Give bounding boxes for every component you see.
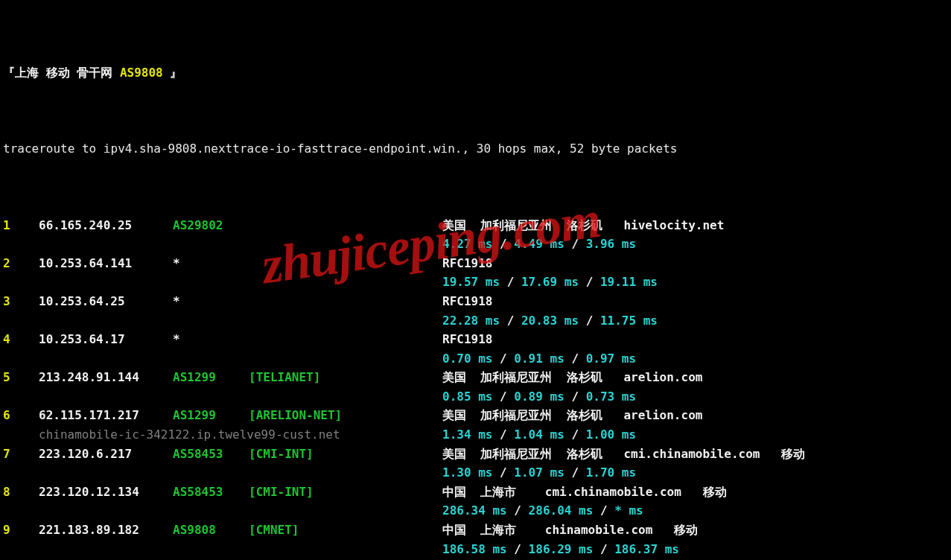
hdr-carrier: 移动 (46, 66, 70, 80)
hop-ip: 62.115.171.217 (39, 406, 173, 425)
hop-row: 7223.120.6.217AS58453[CMI-INT]美国 加利福尼亚州 … (3, 445, 944, 464)
hop-ip: 223.120.6.217 (39, 445, 173, 464)
hop-location: 美国 加利福尼亚州 洛杉矶 hivelocity.net (442, 216, 724, 235)
hdr-location: 上海 (15, 66, 39, 80)
hop-row: 310.253.64.25*RFC1918 (3, 292, 944, 311)
hop-location: 美国 加利福尼亚州 洛杉矶 cmi.chinamobile.com 移动 (442, 445, 805, 464)
hop-number: 5 (3, 368, 39, 387)
hop-number: 6 (3, 406, 39, 425)
hop-ip: 213.248.91.144 (39, 368, 173, 387)
hop-latency-row: 19.57 ms / 17.69 ms / 19.11 ms (3, 273, 944, 292)
hop-asn: AS58453 (173, 483, 249, 502)
latency-value: 1.70 ms (586, 465, 636, 480)
hop-location: 美国 加利福尼亚州 洛杉矶 arelion.com (442, 406, 702, 425)
latency-value: 286.04 ms (529, 503, 594, 518)
latency-value: 4.49 ms (514, 237, 564, 251)
hop-location: 中国 上海市 chinamobile.com 移动 (442, 521, 698, 540)
hop-location: 中国 上海市 cmi.chinamobile.com 移动 (442, 483, 727, 502)
hop-latency-row: 186.58 ms / 186.29 ms / 186.37 ms (3, 540, 944, 559)
hop-ptr: chinamobile-ic-342122.ip.twelve99-cust.n… (39, 427, 340, 442)
hop-latency-row: 0.85 ms / 0.89 ms / 0.73 ms (3, 387, 944, 407)
latency-value: 186.37 ms (614, 542, 679, 556)
hop-asn: * (173, 330, 249, 349)
hop-number: 2 (3, 254, 39, 273)
latency-value: 3.96 ms (586, 237, 636, 251)
latency-sep: / (564, 389, 586, 404)
hop-row: 5213.248.91.144AS1299[TELIANET]美国 加利福尼亚州… (3, 368, 944, 387)
latency-sep: / (507, 503, 529, 518)
latency-sep: / (492, 427, 514, 442)
latency-value: 0.97 ms (586, 351, 636, 366)
hop-ip: 10.253.64.25 (39, 292, 173, 311)
latency-value: 186.29 ms (529, 542, 594, 556)
latency-sep: / (593, 503, 614, 518)
hop-location: RFC1918 (442, 330, 492, 349)
latency-value: 0.73 ms (586, 389, 636, 404)
hop-row: 210.253.64.141*RFC1918 (3, 254, 944, 273)
hop-latency-row: 22.28 ms / 20.83 ms / 11.75 ms (3, 311, 944, 331)
latency-sep: / (507, 542, 529, 556)
hop-row: 8223.120.12.134AS58453[CMI-INT]中国 上海市 cm… (3, 483, 944, 502)
latency-sep: / (492, 351, 514, 366)
latency-value: 0.91 ms (514, 351, 564, 366)
hop-location: RFC1918 (442, 254, 492, 273)
latency-value: 1.04 ms (514, 427, 564, 442)
hop-asn: AS29802 (173, 216, 249, 235)
terminal-output: 『上海 移动 骨干网 AS9808 』 traceroute to ipv4.s… (0, 0, 951, 560)
latency-value: 19.57 ms (442, 275, 500, 289)
hop-network-tag: [TELIANET] (249, 368, 442, 387)
latency-sep: / (579, 314, 600, 328)
latency-sep: / (492, 465, 514, 480)
latency-sep: / (593, 542, 614, 556)
hop-latency-row: 4.27 ms / 4.49 ms / 3.96 ms (3, 235, 944, 254)
hop-ip: 221.183.89.182 (39, 521, 173, 540)
hop-latency-row: 1.30 ms / 1.07 ms / 1.70 ms (3, 463, 944, 483)
trace-header: 『上海 移动 骨干网 AS9808 』 (3, 63, 944, 83)
hop-asn: * (173, 254, 249, 273)
hop-number: 3 (3, 292, 39, 311)
hop-latency: 1.34 ms / 1.04 ms / 1.00 ms (442, 427, 636, 442)
hop-asn: AS1299 (173, 368, 249, 387)
latency-value: 17.69 ms (521, 275, 579, 289)
hdr-asn: AS9808 (120, 66, 163, 80)
latency-value: 1.07 ms (514, 465, 564, 480)
latency-sep: / (579, 275, 600, 289)
hop-number: 7 (3, 445, 39, 464)
hop-latency-row: 0.70 ms / 0.91 ms / 0.97 ms (3, 349, 944, 369)
hop-asn: AS1299 (173, 406, 249, 425)
hop-network-tag: [CMI-INT] (249, 445, 442, 464)
bracket-open: 『 (3, 66, 15, 80)
latency-sep: / (492, 389, 514, 404)
hop-row: 662.115.171.217AS1299[ARELION-NET]美国 加利福… (3, 406, 944, 425)
hop-location: 美国 加利福尼亚州 洛杉矶 arelion.com (442, 368, 702, 387)
latency-value: 1.30 ms (442, 465, 492, 480)
hop-number: 4 (3, 330, 39, 349)
latency-sep: / (492, 237, 514, 251)
hop-network-tag: [ARELION-NET] (249, 406, 442, 425)
latency-value: 1.00 ms (586, 427, 636, 442)
trace-command-line: traceroute to ipv4.sha-9808.nexttrace-io… (3, 139, 944, 159)
hop-network-tag: [CMNET] (249, 521, 442, 540)
hop-row: 9221.183.89.182AS9808[CMNET]中国 上海市 china… (3, 521, 944, 540)
latency-value: 19.11 ms (600, 275, 658, 289)
hop-number: 9 (3, 521, 39, 540)
hop-location: RFC1918 (442, 292, 492, 311)
latency-value: 11.75 ms (600, 314, 658, 328)
hop-asn: AS9808 (173, 521, 249, 540)
latency-value: 20.83 ms (521, 314, 579, 328)
hop-network-tag: [CMI-INT] (249, 483, 442, 502)
hop-ip: 10.253.64.141 (39, 254, 173, 273)
hop-ip: 66.165.240.25 (39, 216, 173, 235)
latency-value: 0.89 ms (514, 389, 564, 404)
latency-value: 286.34 ms (442, 503, 507, 518)
hop-asn: AS58453 (173, 445, 249, 464)
latency-sep: / (500, 275, 521, 289)
hop-list: 166.165.240.25AS29802美国 加利福尼亚州 洛杉矶 hivel… (3, 216, 944, 560)
latency-value: 22.28 ms (442, 314, 500, 328)
latency-value: 0.85 ms (442, 389, 492, 404)
latency-sep: / (564, 237, 586, 251)
latency-sep: / (564, 427, 586, 442)
latency-sep: / (564, 351, 586, 366)
bracket-close: 』 (170, 66, 182, 80)
hop-number: 1 (3, 216, 39, 235)
